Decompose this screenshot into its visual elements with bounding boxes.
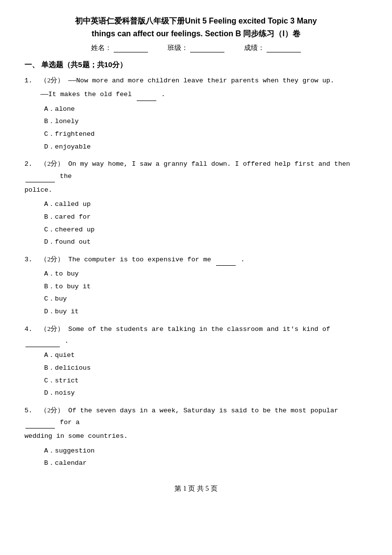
question-4-text: 4. （2分） Some of the students are talking… [24,323,368,348]
score-blank [267,44,301,52]
title-section: 初中英语仁爱科普版八年级下册Unit 5 Feeling excited Top… [24,15,368,52]
question-4-options: A．quiet B．delicious C．strict D．noisy [44,349,368,400]
q3-option-a: A．to buy [44,268,368,280]
page-title: 初中英语仁爱科普版八年级下册Unit 5 Feeling excited Top… [24,15,368,40]
name-blank [114,44,148,52]
q5-option-a: A．suggestion [44,445,368,457]
question-3-text: 3. （2分） The computer is too expensive fo… [24,253,368,266]
question-5-text: 5. （2分） Of the seven days in a week, Sat… [24,404,368,429]
question-2: 2. （2分） On my way home, I saw a granny f… [24,158,368,248]
q1-option-d: D．enjoyable [44,141,368,153]
q3-blank [216,258,236,266]
question-5-continuation: wedding in some countries. [24,430,368,442]
q3-option-c: C．buy [44,293,368,305]
question-2-continuation: police. [24,184,368,196]
info-line: 姓名： 班级： 成绩： [24,44,368,52]
question-1-text: 1. （2分） ——Now more and more children lea… [24,75,368,87]
q5-option-b: B．calendar [44,457,368,470]
q4-option-b: B．delicious [44,362,368,375]
question-3: 3. （2分） The computer is too expensive fo… [24,253,368,318]
q4-option-a: A．quiet [44,349,368,362]
name-field: 姓名： [91,44,148,52]
q1-blank [137,93,156,101]
question-5-options: A．suggestion B．calendar [44,445,368,470]
question-3-options: A．to buy B．to buy it C．buy D．buy it [44,268,368,318]
page-footer: 第 1 页 共 5 页 [24,484,368,493]
q1-option-b: B．lonely [44,115,368,128]
q3-option-b: B．to buy it [44,280,368,293]
section-1-title: 一、 单选题（共5题；共10分） [24,60,368,70]
class-blank [190,44,224,52]
q2-option-a: A．called up [44,198,368,211]
question-4: 4. （2分） Some of the students are talking… [24,323,368,400]
q4-option-d: D．noisy [44,387,368,400]
q2-option-d: D．found out [44,236,368,249]
score-field: 成绩： [244,44,301,52]
question-2-options: A．called up B．cared for C．cheered up D．f… [44,198,368,249]
q5-blank [25,421,55,429]
question-5: 5. （2分） Of the seven days in a week, Sat… [24,404,368,470]
q2-option-c: C．cheered up [44,224,368,236]
class-field: 班级： [168,44,224,52]
question-2-text: 2. （2分） On my way home, I saw a granny f… [24,158,368,182]
question-1-options: A．alone B．lonely C．frightened D．enjoyabl… [44,103,368,153]
q2-blank [25,175,55,182]
question-1: 1. （2分） ——Now more and more children lea… [24,75,368,153]
question-1-subtext: ——It makes the old feel . [24,89,368,101]
q2-option-b: B．cared for [44,211,368,224]
q1-option-c: C．frightened [44,128,368,141]
q4-blank [25,339,60,347]
q3-option-d: D．buy it [44,305,368,318]
q4-option-c: C．strict [44,375,368,387]
q1-option-a: A．alone [44,103,368,116]
